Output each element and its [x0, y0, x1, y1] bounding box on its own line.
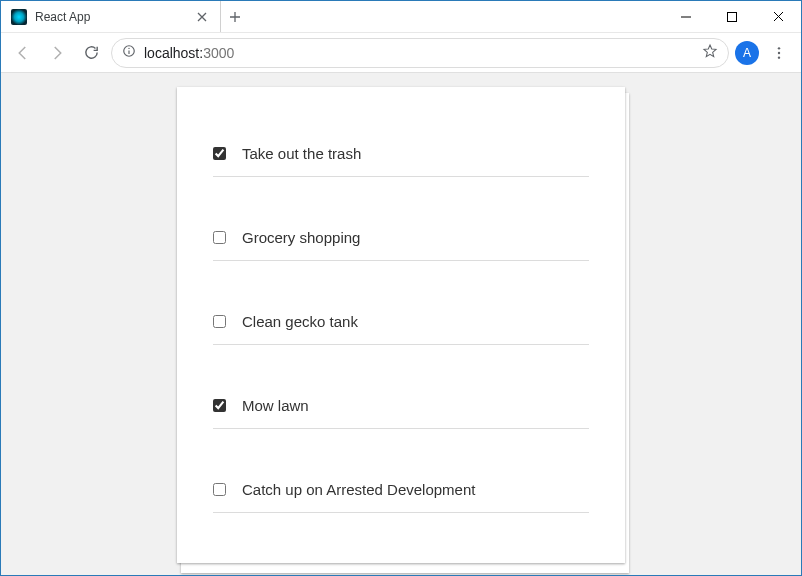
back-button[interactable]	[9, 39, 37, 67]
menu-button[interactable]	[765, 39, 793, 67]
todo-card: Take out the trashGrocery shoppingClean …	[177, 87, 625, 563]
todo-checkbox[interactable]	[213, 231, 226, 244]
todo-row: Take out the trash	[213, 135, 589, 177]
close-tab-icon[interactable]	[196, 11, 208, 23]
reload-button[interactable]	[77, 39, 105, 67]
browser-toolbar: localhost:3000 A	[1, 33, 801, 73]
forward-button[interactable]	[43, 39, 71, 67]
todo-row: Catch up on Arrested Development	[213, 471, 589, 513]
todo-row: Clean gecko tank	[213, 303, 589, 345]
todo-row: Mow lawn	[213, 387, 589, 429]
address-bar[interactable]: localhost:3000	[111, 38, 729, 68]
close-window-button[interactable]	[755, 1, 801, 32]
todo-label: Catch up on Arrested Development	[242, 481, 475, 498]
titlebar: React App	[1, 1, 801, 33]
todo-label: Take out the trash	[242, 145, 361, 162]
window-controls	[663, 1, 801, 32]
site-info-icon[interactable]	[122, 44, 136, 61]
maximize-button[interactable]	[709, 1, 755, 32]
todo-row: Grocery shopping	[213, 219, 589, 261]
avatar-initial: A	[743, 46, 751, 60]
bookmark-star-icon[interactable]	[702, 43, 718, 62]
svg-rect-0	[728, 12, 737, 21]
profile-avatar[interactable]: A	[735, 41, 759, 65]
react-favicon	[11, 9, 27, 25]
todo-checkbox[interactable]	[213, 315, 226, 328]
browser-tab[interactable]: React App	[1, 1, 221, 32]
svg-point-2	[128, 48, 129, 49]
url-text: localhost:3000	[144, 45, 694, 61]
svg-point-4	[778, 51, 780, 53]
page-viewport: Take out the trashGrocery shoppingClean …	[1, 73, 801, 575]
svg-point-5	[778, 56, 780, 58]
todo-label: Mow lawn	[242, 397, 309, 414]
todo-label: Grocery shopping	[242, 229, 360, 246]
todo-checkbox[interactable]	[213, 483, 226, 496]
todo-checkbox[interactable]	[213, 147, 226, 160]
todo-label: Clean gecko tank	[242, 313, 358, 330]
todo-checkbox[interactable]	[213, 399, 226, 412]
svg-point-3	[778, 47, 780, 49]
new-tab-button[interactable]	[221, 1, 249, 32]
tab-title: React App	[35, 10, 188, 24]
minimize-button[interactable]	[663, 1, 709, 32]
